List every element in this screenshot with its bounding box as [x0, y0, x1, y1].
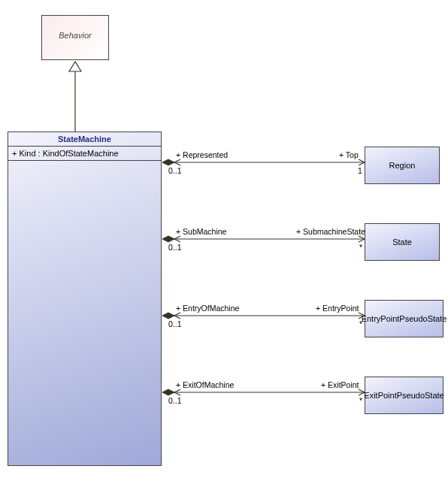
role-represented: + Represented — [176, 150, 228, 159]
role-top: + Top — [339, 150, 359, 159]
class-region-name: Region — [389, 161, 416, 170]
mult-exitpoint: * — [359, 396, 362, 405]
mult-entrypoint: * — [359, 319, 362, 328]
class-statemachine[interactable]: StateMachine + Kind : KindOfStateMachine — [8, 132, 162, 466]
arrowhead-right-icon — [359, 159, 365, 165]
mult-entryofmachine: 0..1 — [168, 319, 182, 328]
role-exitpoint: + ExitPoint — [321, 380, 359, 389]
class-state[interactable]: State — [365, 223, 440, 261]
class-region[interactable]: Region — [365, 147, 440, 184]
arrowhead-left-icon — [174, 389, 180, 395]
generalization-arrow-icon — [69, 62, 81, 71]
mult-submachine: 0..1 — [168, 243, 182, 252]
diamond-icon — [162, 236, 174, 242]
mult-top: 1 — [358, 166, 362, 175]
mult-represented: 0..1 — [168, 166, 182, 175]
role-exitofmachine: + ExitOfMachine — [176, 380, 234, 389]
diamond-icon — [162, 159, 174, 165]
class-exitpoint-name: ExitPointPseudoState — [364, 391, 443, 400]
class-statemachine-name: StateMachine — [8, 132, 161, 147]
arrowhead-left-icon — [174, 313, 180, 319]
role-entrypoint: + EntryPoint — [316, 304, 359, 313]
class-behavior[interactable]: Behavior — [41, 15, 109, 60]
arrowhead-left-icon — [174, 236, 180, 242]
class-statemachine-attr: + Kind : KindOfStateMachine — [8, 147, 161, 161]
class-exitpoint[interactable]: ExitPointPseudoState — [365, 377, 443, 414]
class-state-name: State — [392, 237, 412, 247]
role-submachine: + SubMachine — [176, 227, 226, 236]
class-entrypoint[interactable]: EntryPointPseudoState — [365, 300, 443, 337]
mult-exitofmachine: 0..1 — [168, 396, 182, 405]
role-entryofmachine: + EntryOfMachine — [176, 304, 239, 313]
diamond-icon — [162, 389, 174, 395]
class-entrypoint-name: EntryPointPseudoState — [362, 314, 447, 323]
mult-submachinestate: * — [359, 243, 362, 252]
role-submachinestate: + SubmachineState — [296, 227, 365, 236]
diamond-icon — [162, 313, 174, 319]
arrowhead-right-icon — [359, 236, 365, 242]
class-behavior-name: Behavior — [59, 31, 91, 40]
arrowhead-left-icon — [174, 159, 180, 165]
